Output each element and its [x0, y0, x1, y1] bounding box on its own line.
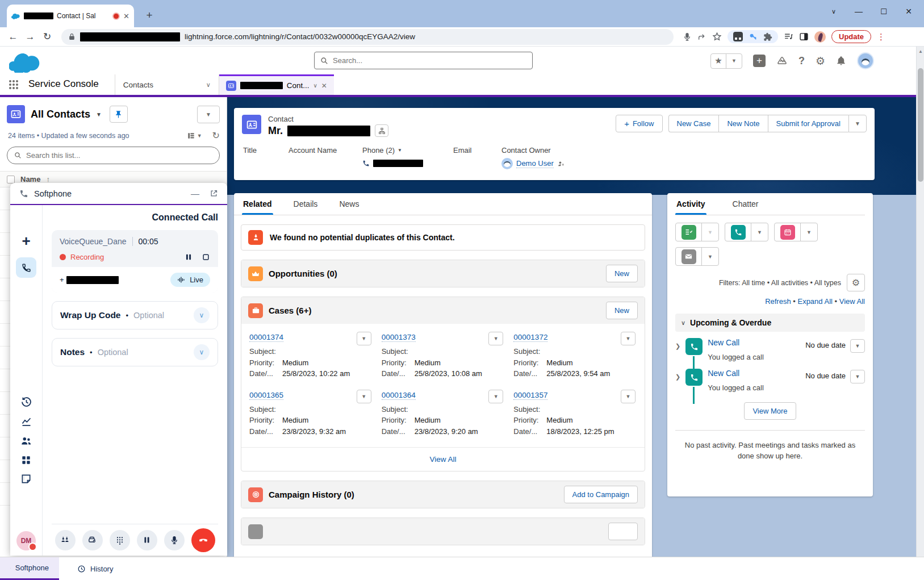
app-launcher-icon[interactable] — [9, 80, 18, 89]
refresh-link[interactable]: Refresh — [765, 297, 791, 306]
hierarchy-button[interactable] — [375, 124, 388, 137]
hold-button[interactable] — [137, 530, 157, 550]
new-event-button[interactable]: ▼ — [774, 223, 818, 241]
dialpad-button[interactable] — [110, 530, 130, 550]
contacts-people-icon[interactable] — [20, 435, 32, 447]
expand-item-icon[interactable]: ❯ — [675, 343, 680, 361]
refresh-list-icon[interactable]: ↻ — [212, 130, 220, 141]
log-call-chevron-icon[interactable]: ▼ — [751, 223, 768, 241]
agent-avatar[interactable]: DM — [16, 531, 36, 550]
case-number-link[interactable]: 00001364 — [382, 391, 416, 400]
tab-activity[interactable]: Activity — [675, 193, 706, 215]
utility-softphone-tab[interactable]: Softphone — [0, 557, 59, 580]
window-close-button[interactable]: ✕ — [904, 7, 914, 16]
notes-card-icon[interactable] — [20, 473, 32, 485]
campaign-title[interactable]: Campaign History (0) — [269, 490, 354, 499]
view-more-button[interactable]: View More — [744, 402, 796, 420]
cases-title[interactable]: Cases (6+) — [269, 306, 311, 315]
window-minimize-button[interactable]: — — [854, 7, 864, 16]
tab-related[interactable]: Related — [242, 193, 273, 215]
stop-recording-icon[interactable] — [202, 253, 210, 261]
transfer-button[interactable] — [82, 530, 103, 550]
trailhead-icon[interactable] — [776, 56, 788, 66]
extension-dark-icon[interactable] — [733, 32, 743, 41]
stats-chart-icon[interactable] — [20, 415, 32, 427]
list-actions-button[interactable]: ▼ — [197, 106, 220, 123]
case-menu-button[interactable]: ▼ — [488, 332, 503, 345]
log-call-button[interactable]: ▼ — [725, 223, 768, 241]
password-key-icon[interactable] — [749, 32, 758, 41]
mute-mic-button[interactable] — [164, 530, 185, 550]
window-maximize-button[interactable]: ☐ — [879, 7, 889, 16]
call-history-icon[interactable] — [20, 396, 32, 408]
activity-item-link[interactable]: New Call — [708, 338, 800, 347]
page-scrollbar[interactable]: ▲ — [916, 47, 924, 557]
side-panel-icon[interactable] — [799, 32, 809, 41]
nav-tab-contacts[interactable]: Contacts — [115, 74, 198, 95]
reload-button[interactable]: ↻ — [40, 30, 55, 44]
list-search-input[interactable] — [26, 151, 212, 160]
event-chevron-icon[interactable]: ▼ — [801, 223, 817, 241]
follow-button[interactable]: + Follow — [616, 115, 662, 132]
favorites-button[interactable]: ★ ▼ — [710, 53, 742, 69]
setup-gear-icon[interactable]: ⚙ — [816, 55, 825, 68]
activity-settings-button[interactable]: ⚙ — [847, 274, 865, 291]
case-number-link[interactable]: 00001374 — [249, 333, 283, 342]
user-avatar[interactable] — [857, 52, 874, 69]
tab-details[interactable]: Details — [292, 193, 319, 215]
activity-item-menu-button[interactable]: ▼ — [850, 370, 865, 383]
new-case-button[interactable]: New Case — [668, 115, 719, 132]
notes-section[interactable]: Notes• Optional ∨ — [52, 338, 218, 366]
case-number-link[interactable]: 00001373 — [382, 333, 416, 342]
nav-tab-contact-record[interactable]: Cont... ∨ ✕ — [219, 74, 334, 95]
extensions-puzzle-icon[interactable] — [763, 32, 772, 41]
new-opportunity-button[interactable]: New — [606, 265, 638, 282]
wrap-up-code-section[interactable]: Wrap Up Code• Optional ∨ — [52, 301, 218, 329]
new-call-tab-icon[interactable]: + — [22, 233, 30, 248]
active-call-tab-icon[interactable] — [16, 257, 36, 278]
owner-link[interactable]: Demo User — [516, 159, 554, 168]
case-menu-button[interactable]: ▼ — [357, 390, 371, 403]
email-button[interactable]: ▼ — [675, 247, 719, 266]
minimize-softphone-icon[interactable]: — — [191, 189, 199, 198]
activity-item-menu-button[interactable]: ▼ — [850, 339, 865, 353]
select-all-checkbox[interactable] — [7, 176, 15, 183]
expand-item-icon[interactable]: ❯ — [675, 373, 680, 392]
expand-all-link[interactable]: Expand All — [797, 297, 832, 306]
phone-chevron-icon[interactable]: ▼ — [398, 148, 402, 153]
new-case-list-button[interactable]: New — [606, 302, 638, 319]
forward-button[interactable]: → — [23, 30, 37, 44]
opportunities-title[interactable]: Opportunities (0) — [269, 269, 337, 278]
case-menu-button[interactable]: ▼ — [488, 390, 503, 403]
tab-news[interactable]: News — [338, 193, 360, 215]
list-view-title[interactable]: All Contacts — [31, 109, 90, 120]
notifications-bell-icon[interactable] — [836, 56, 846, 66]
utility-history-tab[interactable]: History — [67, 557, 123, 580]
case-menu-button[interactable]: ▼ — [357, 332, 371, 345]
back-button[interactable]: ← — [6, 30, 20, 44]
new-task-button[interactable]: ▼ — [675, 223, 719, 241]
browser-menu-icon[interactable]: ⋮ — [877, 32, 885, 42]
tab-close-icon[interactable]: ✕ — [123, 12, 129, 20]
new-tab-button[interactable]: + — [142, 8, 157, 23]
reading-list-icon[interactable] — [784, 32, 793, 41]
record-tab-chevron-icon[interactable]: ∨ — [313, 82, 317, 89]
scrollbar-up-arrow[interactable]: ▲ — [917, 47, 924, 56]
record-tab-close-icon[interactable]: ✕ — [321, 82, 327, 90]
change-owner-icon[interactable] — [557, 160, 565, 168]
profile-avatar[interactable] — [814, 31, 826, 43]
bookmark-star-icon[interactable] — [712, 32, 722, 41]
submit-for-approval-button[interactable]: Submit for Approval — [768, 115, 848, 132]
view-all-link[interactable]: View All — [839, 297, 865, 306]
upcoming-overdue-header[interactable]: ∨ Upcoming & Overdue — [675, 314, 865, 332]
list-search[interactable] — [7, 147, 220, 164]
chrome-update-button[interactable]: Update — [831, 30, 871, 43]
contacts-tab-chevron-icon[interactable]: ∨ — [198, 74, 219, 95]
case-menu-button[interactable]: ▼ — [621, 332, 635, 345]
pause-recording-icon[interactable] — [185, 253, 193, 261]
help-icon[interactable]: ? — [798, 55, 805, 67]
case-number-link[interactable]: 00001365 — [249, 391, 283, 400]
list-view-chevron-icon[interactable]: ▼ — [96, 111, 102, 118]
tab-search-chevron-icon[interactable]: ∨ — [829, 8, 839, 15]
mic-icon[interactable] — [683, 32, 692, 41]
